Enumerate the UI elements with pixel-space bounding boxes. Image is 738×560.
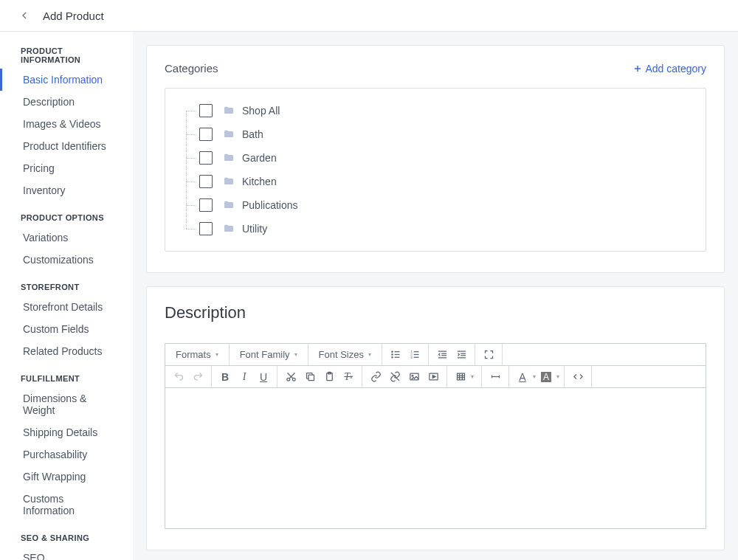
underline-button[interactable]: U bbox=[255, 368, 272, 386]
nav-section-title: PRODUCT INFORMATION bbox=[0, 42, 133, 69]
category-label[interactable]: Bath bbox=[242, 128, 263, 140]
tree-branch-icon bbox=[183, 217, 199, 241]
category-row: Kitchen bbox=[183, 170, 695, 193]
bold-button[interactable]: B bbox=[216, 368, 234, 386]
folder-icon bbox=[223, 199, 235, 211]
bullet-list-button[interactable] bbox=[387, 346, 404, 364]
categories-card: Categories Add category Shop AllBathGard… bbox=[146, 45, 725, 273]
indent-button[interactable] bbox=[452, 346, 470, 364]
nav-item[interactable]: Basic Information bbox=[0, 69, 133, 91]
hr-button[interactable] bbox=[486, 368, 504, 386]
link-button[interactable] bbox=[367, 368, 384, 386]
back-arrow-icon[interactable] bbox=[18, 9, 31, 22]
caret-down-icon: ▾ bbox=[215, 351, 218, 358]
svg-point-4 bbox=[391, 357, 392, 358]
svg-point-0 bbox=[391, 351, 392, 352]
caret-down-icon[interactable]: ▾ bbox=[471, 373, 477, 380]
description-card: Description Formats▾ Font Family▾ bbox=[146, 286, 725, 550]
nav-item[interactable]: Variations bbox=[0, 227, 133, 249]
category-checkbox[interactable] bbox=[199, 104, 213, 117]
clear-format-button[interactable]: Tx bbox=[339, 368, 357, 386]
add-category-label: Add category bbox=[646, 63, 707, 75]
folder-icon bbox=[223, 223, 235, 235]
folder-icon bbox=[223, 152, 235, 164]
font-family-dropdown[interactable]: Font Family▾ bbox=[234, 344, 303, 365]
nav-section-title: SEO & SHARING bbox=[0, 529, 133, 547]
font-family-label: Font Family bbox=[240, 349, 290, 360]
redo-button[interactable] bbox=[189, 368, 207, 386]
cut-button[interactable] bbox=[282, 368, 300, 386]
nav-item[interactable]: Description bbox=[0, 91, 133, 113]
category-checkbox[interactable] bbox=[199, 222, 213, 235]
topbar: Add Product bbox=[0, 0, 738, 32]
text-color-button[interactable]: A bbox=[514, 368, 531, 386]
nav-item[interactable]: Inventory bbox=[0, 179, 133, 201]
category-checkbox[interactable] bbox=[199, 175, 213, 188]
nav-item[interactable]: Related Products bbox=[0, 340, 133, 362]
nav-item[interactable]: Dimensions & Weight bbox=[0, 387, 133, 421]
code-button[interactable] bbox=[569, 368, 587, 386]
nav-item[interactable]: Customizations bbox=[0, 249, 133, 271]
toolbar-row-2: B I U Tx bbox=[165, 366, 706, 388]
nav-item[interactable]: Product Identifiers bbox=[0, 135, 133, 157]
add-category-button[interactable]: Add category bbox=[632, 63, 707, 75]
bg-color-button[interactable]: A bbox=[537, 368, 555, 386]
svg-marker-31 bbox=[432, 376, 435, 378]
main-content: Categories Add category Shop AllBathGard… bbox=[133, 32, 738, 560]
outdent-button[interactable] bbox=[433, 346, 451, 364]
caret-down-icon[interactable]: ▾ bbox=[533, 373, 536, 380]
folder-icon bbox=[223, 105, 235, 117]
undo-button[interactable] bbox=[170, 368, 187, 386]
editor-textarea[interactable] bbox=[165, 388, 706, 528]
description-title: Description bbox=[165, 303, 706, 322]
fullscreen-button[interactable] bbox=[480, 346, 497, 364]
nav-item[interactable]: SEO bbox=[0, 547, 133, 560]
nav-item[interactable]: Shipping Details bbox=[0, 421, 133, 443]
rich-text-editor: Formats▾ Font Family▾ Font Sizes▾ bbox=[165, 343, 706, 529]
category-label[interactable]: Utility bbox=[242, 223, 267, 235]
nav-section-title: STOREFRONT bbox=[0, 278, 133, 296]
categories-title: Categories bbox=[165, 62, 218, 75]
sidebar: PRODUCT INFORMATIONBasic InformationDesc… bbox=[0, 32, 133, 560]
formats-dropdown[interactable]: Formats▾ bbox=[170, 344, 224, 365]
category-row: Shop All bbox=[183, 99, 695, 122]
category-label[interactable]: Shop All bbox=[242, 105, 280, 117]
plus-icon bbox=[632, 63, 643, 74]
category-label[interactable]: Kitchen bbox=[242, 176, 277, 187]
font-sizes-dropdown[interactable]: Font Sizes▾ bbox=[313, 344, 377, 365]
nav-item[interactable]: Purchasability bbox=[0, 443, 133, 466]
category-label[interactable]: Publications bbox=[242, 199, 298, 211]
svg-text:3: 3 bbox=[410, 356, 413, 359]
nav-item[interactable]: Images & Videos bbox=[0, 113, 133, 135]
caret-down-icon[interactable]: ▾ bbox=[556, 373, 559, 380]
nav-section-title: FULFILLMENT bbox=[0, 370, 133, 387]
italic-button[interactable]: I bbox=[235, 368, 253, 386]
category-row: Garden bbox=[183, 146, 695, 170]
paste-button[interactable] bbox=[320, 368, 338, 386]
category-label[interactable]: Garden bbox=[242, 152, 277, 164]
category-checkbox[interactable] bbox=[199, 198, 213, 212]
formats-label: Formats bbox=[176, 349, 211, 360]
caret-down-icon: ▾ bbox=[368, 351, 371, 358]
nav-item[interactable]: Custom Fields bbox=[0, 318, 133, 340]
table-button[interactable] bbox=[452, 368, 469, 386]
caret-down-icon: ▾ bbox=[294, 351, 297, 358]
image-button[interactable] bbox=[405, 368, 423, 386]
category-row: Bath bbox=[183, 122, 695, 146]
category-tree: Shop AllBathGardenKitchenPublicationsUti… bbox=[165, 88, 706, 252]
unlink-button[interactable] bbox=[386, 368, 404, 386]
nav-item[interactable]: Pricing bbox=[0, 157, 133, 179]
nav-item[interactable]: Customs Information bbox=[0, 488, 133, 522]
svg-rect-32 bbox=[457, 373, 464, 380]
nav-section-title: PRODUCT OPTIONS bbox=[0, 209, 133, 227]
category-checkbox[interactable] bbox=[199, 151, 213, 165]
category-checkbox[interactable] bbox=[199, 128, 213, 141]
nav-item[interactable]: Gift Wrapping bbox=[0, 466, 133, 488]
nav-item[interactable]: Storefront Details bbox=[0, 296, 133, 318]
copy-button[interactable] bbox=[301, 368, 319, 386]
svg-point-29 bbox=[412, 375, 413, 376]
media-button[interactable] bbox=[424, 368, 442, 386]
numbered-list-button[interactable]: 123 bbox=[406, 346, 424, 364]
category-row: Utility bbox=[183, 217, 695, 241]
font-sizes-label: Font Sizes bbox=[319, 349, 364, 360]
